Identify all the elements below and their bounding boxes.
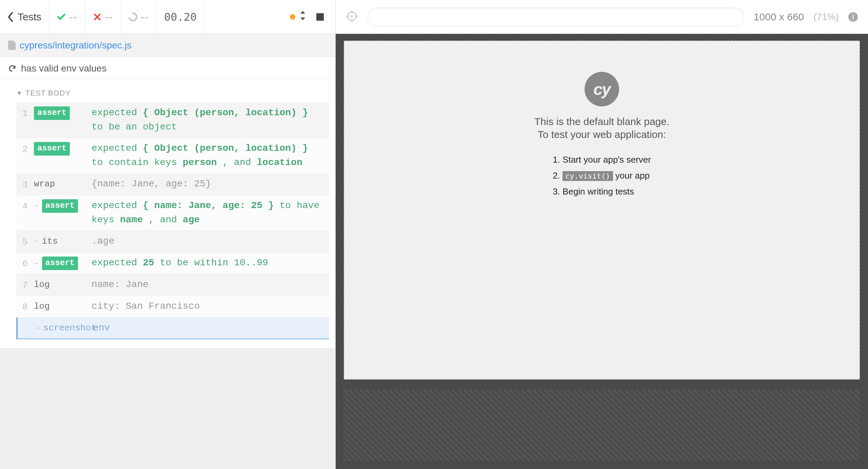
command-message: .age [92,234,323,248]
cypress-logo-text: cy [593,80,610,99]
timer-value: 00.20 [164,11,197,23]
viewport-scale: (71%) [813,12,839,22]
command-list: 1assertexpected { Object (person, locati… [16,102,329,339]
stop-button[interactable] [316,13,324,21]
step-2: cy.visit() your app [553,168,651,184]
command-number: 3 [22,177,34,191]
test-title: has valid env values [21,63,106,74]
command-name: assert [34,199,92,213]
back-label: Tests [18,11,41,23]
command-name: its [34,234,92,248]
aut-pane: 1000 x 660 (71%) i cy This is the defaul… [336,0,868,469]
aut-header: 1000 x 660 (71%) i [336,0,868,34]
chevron-left-icon [7,11,14,23]
command-number: 8 [22,299,34,314]
assert-badge: assert [42,199,78,213]
command-message: expected 25 to be within 10..99 [92,256,323,270]
selector-playground-button[interactable] [346,10,358,24]
command-name: assert [34,106,92,120]
command-message: {name: Jane, age: 25} [92,177,323,191]
pending-icon [127,11,139,23]
command-number: 1 [22,106,34,120]
spec-file-row[interactable]: cypress/integration/spec.js [0,34,335,57]
aut-iframe-placeholder: cy This is the default blank page. To te… [344,41,860,380]
command-name: assert [34,256,92,270]
command-row[interactable]: 2assertexpected { Object (person, locati… [16,138,329,174]
step-2-suffix: your app [613,170,650,181]
command-message: expected { Object (person, location) } t… [92,106,323,134]
test-title-row[interactable]: has valid env values [0,57,335,80]
svg-point-1 [351,15,353,17]
command-number: 4 [22,199,34,213]
command-row[interactable]: 4assertexpected { name: Jane, age: 25 } … [16,195,329,231]
step-1: Start your app's server [553,152,651,168]
url-input[interactable] [368,8,744,26]
amber-dot-icon [290,14,295,20]
test-body-label: TEST BODY [25,89,71,98]
aut-wrap: cy This is the default blank page. To te… [336,34,868,469]
command-number: 7 [22,278,34,292]
passed-value: -- [70,11,78,23]
command-number: 6 [22,256,34,270]
command-row[interactable]: 1assertexpected { Object (person, locati… [16,102,329,138]
command-message: expected { Object (person, location) } t… [92,141,323,170]
aut-overflow-area [344,390,860,461]
command-message: city: San Francisco [92,299,323,313]
command-message: expected { name: Jane, age: 25 } to have… [92,199,323,227]
x-icon [93,13,102,21]
command-row[interactable]: 6assertexpected 25 to be within 10..99 [16,252,329,274]
cypress-logo: cy [585,72,619,106]
command-number: 2 [22,141,34,156]
viewport-info-button[interactable]: i [848,12,858,22]
check-icon [57,12,66,22]
assert-badge: assert [42,257,78,270]
pending-value: -- [141,11,149,23]
command-log: ▼ TEST BODY 1assertexpected { Object (pe… [0,80,335,348]
assert-badge: assert [34,106,70,120]
assert-badge: assert [34,142,70,156]
command-name: wrap [34,177,92,191]
failed-value: -- [105,11,113,23]
crosshair-icon [346,10,358,22]
command-row[interactable]: 7logname: Jane [16,274,329,296]
command-number [24,321,35,322]
back-to-tests-button[interactable]: Tests [0,0,49,34]
reporter-pane: Tests -- -- -- 00.20 [0,0,336,469]
reporter-toolbar: Tests -- -- -- 00.20 [0,0,335,34]
app-root: Tests -- -- -- 00.20 [0,0,868,469]
step-3: Begin writing tests [553,184,651,200]
blank-page-line2: To test your web application: [538,129,666,140]
blank-page-steps: Start your app's server cy.visit() your … [553,152,651,199]
command-number: 5 [22,234,34,249]
command-message: name: Jane [92,278,323,292]
passed-count[interactable]: -- [49,0,85,34]
blank-page-line1: This is the default blank page. [534,116,670,127]
next-command-button[interactable] [290,11,306,23]
sort-icon [299,11,306,23]
command-row[interactable]: 3wrap{name: Jane, age: 25} [16,174,329,195]
timer: 00.20 [157,0,204,34]
command-name: log [34,278,92,291]
failed-count[interactable]: -- [85,0,121,34]
caret-down-icon: ▼ [16,90,23,97]
cy-visit-code: cy.visit() [563,171,613,181]
command-name: log [34,299,92,313]
command-name: screenshot [35,321,93,335]
spec-path-link[interactable]: cypress/integration/spec.js [20,40,132,51]
test-body-header[interactable]: ▼ TEST BODY [16,83,329,102]
command-row-running[interactable]: screenshotenv [16,318,329,339]
viewport-dimensions: 1000 x 660 [754,11,804,23]
command-name: assert [34,141,92,156]
command-row[interactable]: 8logcity: San Francisco [16,296,329,318]
file-icon [8,41,16,50]
command-message: env [93,321,323,335]
pending-count[interactable]: -- [121,0,157,34]
command-row[interactable]: 5its.age [16,231,329,252]
run-controls [278,0,335,34]
refresh-icon [8,64,16,73]
